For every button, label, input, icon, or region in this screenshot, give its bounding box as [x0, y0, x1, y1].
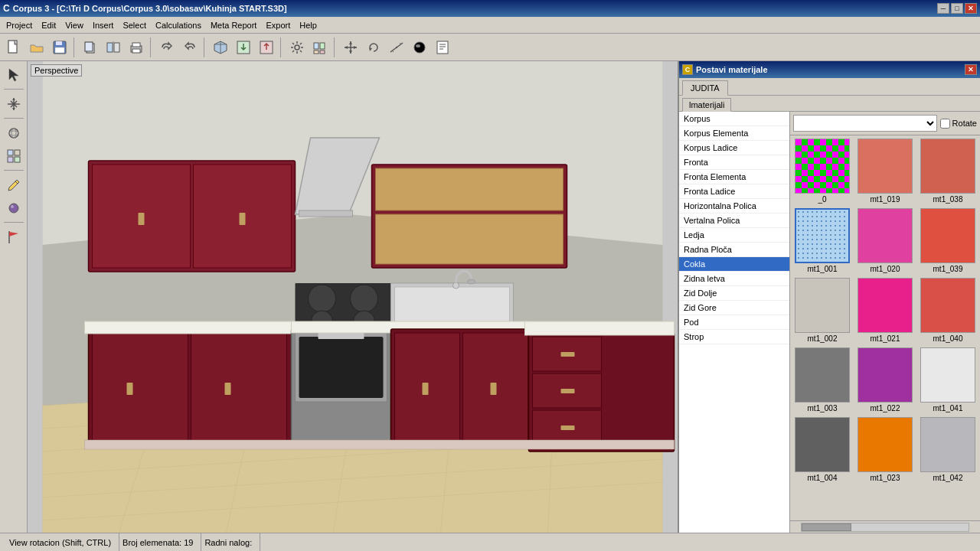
material-item[interactable]: mt1_039	[919, 208, 977, 273]
view-tool[interactable]	[3, 145, 24, 167]
svg-rect-101	[525, 321, 675, 335]
material-item[interactable]: mt1_023	[856, 417, 914, 482]
left-toolbar-sep-1	[4, 89, 24, 90]
rotate-checkbox-container: Rotate	[940, 119, 977, 129]
rotate-button[interactable]	[363, 37, 384, 58]
menu-edit[interactable]: Edit	[37, 19, 60, 31]
svg-rect-33	[437, 41, 448, 54]
toolbar-separator-3	[204, 37, 207, 57]
svg-point-92	[453, 282, 459, 289]
settings-button[interactable]	[286, 37, 308, 58]
toolbar	[0, 34, 980, 61]
material-item[interactable]: mt1_003	[793, 347, 851, 412]
svg-rect-7	[114, 43, 119, 52]
svg-rect-44	[15, 150, 20, 155]
svg-marker-39	[12, 108, 15, 110]
list-item[interactable]: Radna Ploča	[679, 243, 789, 257]
menu-export[interactable]: Export	[261, 19, 295, 31]
list-item[interactable]: Pod	[679, 315, 789, 330]
menu-select[interactable]: Select	[118, 19, 151, 31]
sub-tab-imaterijali[interactable]: lmaterijali	[682, 98, 731, 112]
3d-box-button[interactable]	[210, 37, 231, 58]
maximize-button[interactable]: □	[951, 3, 963, 14]
material-item[interactable]: mt1_019	[856, 139, 914, 204]
list-item[interactable]: Zidna letva	[679, 272, 789, 286]
list-item[interactable]: Ledja	[679, 228, 789, 243]
list-item[interactable]: Fronta Elementa	[679, 170, 789, 184]
material-item[interactable]: mt1_038	[919, 139, 977, 204]
list-item[interactable]: Vertalna Polica	[679, 214, 789, 228]
list-item[interactable]: Fronta Ladice	[679, 184, 789, 199]
list-item[interactable]: Korpus Ladice	[679, 141, 789, 155]
move-button[interactable]	[340, 37, 361, 58]
list-item[interactable]: Cokla	[679, 257, 789, 272]
list-item[interactable]: Fronta	[679, 155, 789, 170]
material-item[interactable]: _0	[793, 139, 851, 204]
materials-grid[interactable]: _0mt1_019mt1_038mt1_001mt1_020mt1_039mt1…	[790, 135, 980, 520]
material-item[interactable]: mt1_020	[856, 208, 914, 273]
mirror-button[interactable]	[103, 37, 124, 58]
minimize-button[interactable]: ─	[937, 3, 949, 14]
material-tool[interactable]	[3, 197, 24, 219]
svg-marker-24	[345, 46, 348, 49]
close-button[interactable]: ✕	[965, 3, 977, 14]
material-item[interactable]: mt1_041	[919, 347, 977, 412]
list-item[interactable]: Korpus Elementa	[679, 126, 789, 141]
list-item[interactable]: Zid Dolje	[679, 286, 789, 301]
material-dropdown[interactable]	[793, 115, 937, 132]
material-label: mt1_041	[933, 404, 963, 412]
menu-help[interactable]: Help	[295, 19, 322, 31]
svg-rect-68	[139, 213, 145, 225]
material-list[interactable]: KorpusKorpus ElementaKorpus LadiceFronta…	[679, 112, 789, 533]
material-item[interactable]: mt1_022	[856, 347, 914, 412]
measure-button[interactable]	[386, 37, 407, 58]
material-item[interactable]: mt1_002	[793, 278, 851, 343]
svg-point-49	[11, 205, 14, 208]
svg-rect-10	[132, 43, 140, 47]
material-item[interactable]: mt1_001	[793, 208, 851, 273]
material-item[interactable]: mt1_004	[793, 417, 851, 482]
pan-tool[interactable]	[3, 93, 24, 115]
list-item[interactable]: Zid Gore	[679, 301, 789, 315]
redo-button[interactable]	[179, 37, 201, 58]
material-item[interactable]: mt1_040	[919, 278, 977, 343]
open-button[interactable]	[26, 37, 47, 58]
menu-calculations[interactable]: Calculations	[151, 19, 206, 31]
render-button[interactable]	[409, 37, 430, 58]
report-button[interactable]	[432, 37, 453, 58]
material-item[interactable]: mt1_042	[919, 417, 977, 482]
catalog-button[interactable]	[309, 37, 331, 58]
select-tool[interactable]	[3, 64, 24, 86]
svg-rect-2	[56, 41, 62, 45]
import-button[interactable]	[233, 37, 254, 58]
left-toolbar	[0, 61, 28, 533]
list-item[interactable]: Strop	[679, 330, 789, 344]
print-button[interactable]	[126, 37, 147, 58]
menu-view[interactable]: View	[60, 19, 88, 31]
svg-rect-98	[423, 383, 429, 395]
list-item[interactable]: Horizontalna Polica	[679, 199, 789, 214]
material-item[interactable]: mt1_021	[856, 278, 914, 343]
menu-project[interactable]: Project	[2, 19, 37, 31]
menu-meta-report[interactable]: Meta Report	[206, 19, 262, 31]
orbit-tool[interactable]	[3, 122, 24, 144]
menu-insert[interactable]: Insert	[88, 19, 119, 31]
svg-point-40	[9, 129, 18, 138]
rotate-checkbox[interactable]	[940, 119, 950, 129]
export-button[interactable]	[256, 37, 277, 58]
new-button[interactable]	[3, 37, 24, 58]
pencil-tool[interactable]	[3, 174, 24, 196]
list-item[interactable]: Korpus	[679, 112, 789, 126]
toolbar-separator-2	[150, 37, 153, 57]
svg-rect-91	[395, 287, 510, 325]
flag-tool[interactable]	[3, 227, 24, 248]
grid-scrollbar[interactable]	[790, 520, 980, 533]
material-swatch	[858, 208, 913, 263]
copy-button[interactable]	[80, 37, 101, 58]
undo-button[interactable]	[156, 37, 178, 58]
svg-point-42	[11, 129, 16, 138]
tab-judita[interactable]: JUDITA	[682, 80, 728, 96]
dialog-close-button[interactable]: ✕	[965, 64, 977, 75]
rotate-label: Rotate	[952, 119, 977, 128]
save-button[interactable]	[49, 37, 70, 58]
